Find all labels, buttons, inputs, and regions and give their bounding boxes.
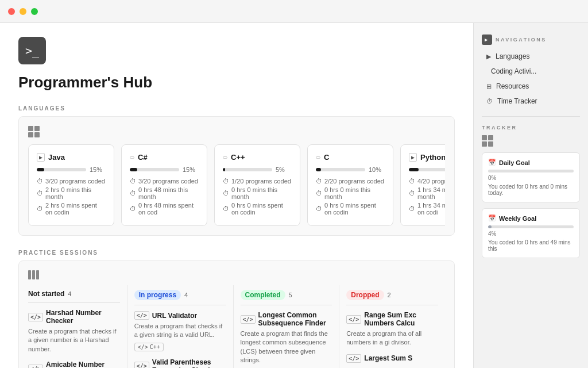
- col-header: In progress 4: [134, 285, 226, 305]
- practice-item[interactable]: </> Longest Common Subsequence Finder Cr…: [241, 311, 332, 368]
- code-icon: </>: [134, 311, 149, 320]
- practice-item[interactable]: </> Amicable Number Sum Calculator Creat…: [28, 361, 120, 368]
- col-header-label: Completed: [241, 290, 285, 300]
- col-header-count: 4: [184, 292, 188, 298]
- card-stat: ⏱0 hrs 0 mins this month: [223, 186, 292, 200]
- code-icon: </>: [346, 354, 361, 363]
- table-view-icon[interactable]: [28, 270, 445, 279]
- lang-badge: </>C++: [134, 343, 164, 351]
- lang-name: C#: [138, 153, 148, 162]
- sidebar-item-time-tracker[interactable]: ⏱ Time Tracker: [482, 94, 580, 108]
- progress-bar-fill: [409, 168, 419, 171]
- title-bar: [0, 0, 588, 23]
- col-header-count: 5: [289, 292, 292, 298]
- language-card-java[interactable]: ▶ Java 15% ⏱3/20 programs coded⏱2 hrs 0 …: [28, 144, 114, 226]
- practice-item-desc: Create a program that checks if a given …: [134, 322, 226, 340]
- practice-item[interactable]: </> Range Sum Exc Numbers Calcu Create a…: [346, 311, 438, 347]
- grid-view-icon[interactable]: [28, 126, 40, 137]
- lang-card-title: ▶ Python: [409, 153, 445, 162]
- nav-section-icon: ▶: [482, 34, 492, 45]
- progress-bar-fill: [223, 168, 225, 171]
- clock-icon: ⏱: [37, 205, 43, 212]
- language-card-c[interactable]: C 10% ⏱2/20 programs coded⏱0 hrs 0 mins …: [307, 144, 393, 226]
- lang-icon: [130, 156, 134, 159]
- main-content: >_ Programmer's Hub LANGUAGES ▶ Java: [0, 23, 473, 368]
- progress-bar-bg: [223, 168, 272, 171]
- maximize-button[interactable]: [31, 8, 38, 15]
- lang-card-title: ▶ Java: [37, 153, 106, 162]
- practice-item[interactable]: </> Largest Sum S: [346, 354, 438, 363]
- sidebar-item-languages[interactable]: ▶ Languages: [482, 49, 580, 63]
- practice-item-title: </> Largest Sum S: [346, 354, 438, 363]
- clock-icon: ⏱: [409, 178, 415, 185]
- sidebar: ▶ NAVIGATIONS ▶ Languages Coding Activi.…: [473, 23, 588, 368]
- progress-bar-bg: [37, 168, 86, 171]
- weekly-goal-card: 📅 Weekly Goal 4% You coded for 0 hrs and…: [482, 208, 580, 258]
- lang-icon: [316, 156, 320, 159]
- daily-goal-progress-bar: [488, 170, 574, 172]
- lang-progress: 15%: [130, 166, 199, 173]
- lang-card-title: C: [316, 153, 385, 162]
- clock-icon: ⏱: [223, 190, 229, 197]
- weekly-goal-progress-bar: [488, 225, 574, 228]
- sidebar-item-icon: ▶: [486, 53, 491, 60]
- sidebar-item-coding-activi[interactable]: Coding Activi...: [482, 64, 580, 78]
- daily-goal-title: 📅 Daily Goal: [488, 159, 574, 166]
- tracker-grid-icon[interactable]: [482, 135, 493, 147]
- card-stat: ⏱1 hrs 34 mins spent on codi: [409, 202, 445, 216]
- language-card-python[interactable]: ▶ Python 20% ⏱4/20 programs coded⏱1 hrs …: [400, 144, 445, 226]
- practice-item-title: </> Longest Common Subsequence Finder: [241, 311, 332, 327]
- practice-section-header: PRACTICE SESSIONS: [18, 250, 455, 256]
- clock-icon: ⏱: [223, 178, 229, 185]
- minimize-button[interactable]: [20, 8, 26, 15]
- card-stat: ⏱3/20 programs coded: [130, 178, 199, 185]
- col-header-count: 2: [388, 292, 391, 298]
- lang-progress: 15%: [37, 166, 106, 173]
- practice-item-desc: Create a program that finds the longest …: [241, 329, 332, 365]
- progress-bar-fill: [37, 168, 44, 171]
- practice-item[interactable]: </> Harshad Number Checker Create a prog…: [28, 309, 120, 354]
- lang-card-title: C#: [130, 153, 199, 162]
- sidebar-navigation: ▶ NAVIGATIONS ▶ Languages Coding Activi.…: [482, 34, 580, 108]
- card-stat: ⏱2 hrs 0 mins spent on codin: [37, 202, 106, 216]
- practice-item-title: </> URL Validator: [134, 311, 226, 320]
- col-header: Completed 5: [241, 285, 332, 305]
- daily-goal-card: 📅 Daily Goal 0% You coded for 0 hrs and …: [482, 152, 580, 202]
- col-header-label: In progress: [134, 290, 181, 300]
- code-icon: </>: [134, 362, 149, 368]
- card-stat: ⏱0 hrs 48 mins this month: [130, 186, 199, 200]
- practice-container: Not started 4 </> Harshad Number Checker…: [18, 260, 455, 368]
- close-button[interactable]: [8, 8, 15, 15]
- sidebar-item-icon: ⊞: [486, 83, 492, 90]
- col-header-label: Dropped: [346, 290, 384, 300]
- lang-name: C: [324, 153, 329, 162]
- sidebar-tracker: TRACKER 📅 Daily Goal 0% You coded for 0 …: [482, 125, 580, 258]
- language-card-c++[interactable]: C++ 5% ⏱1/20 programs coded⏱0 hrs 0 mins…: [214, 144, 300, 226]
- card-stat: ⏱3/20 programs coded: [37, 178, 106, 185]
- practice-item-title: </> Amicable Number Sum Calculator: [28, 361, 120, 368]
- clock-icon: ⏱: [130, 178, 136, 185]
- lang-icon: [223, 156, 227, 159]
- practice-col-dropped: Dropped 2 </> Range Sum Exc Numbers Calc…: [339, 285, 445, 368]
- lang-card-title: C++: [223, 153, 292, 162]
- practice-section: PRACTICE SESSIONS Not started 4 </> Hars…: [18, 250, 455, 368]
- practice-item-title: </> Valid Parentheses Expression Checker: [134, 358, 226, 368]
- language-card-c#[interactable]: C# 15% ⏱3/20 programs coded⏱0 hrs 48 min…: [121, 144, 207, 226]
- col-header: Dropped 2: [346, 285, 438, 305]
- practice-col-not-started: Not started 4 </> Harshad Number Checker…: [28, 285, 127, 368]
- progress-label: 5%: [276, 166, 292, 173]
- languages-section: LANGUAGES ▶ Java 15% ⏱3/20 programs c: [18, 105, 455, 236]
- code-icon: </>: [28, 313, 43, 321]
- clock-icon: ⏱: [316, 190, 322, 197]
- weekly-goal-progress-fill: [488, 225, 492, 228]
- card-stat: ⏱0 hrs 48 mins spent on cod: [130, 202, 199, 216]
- col-header-count: 4: [68, 290, 71, 297]
- practice-item[interactable]: </> URL Validator Create a program that …: [134, 311, 226, 351]
- progress-label: 15%: [183, 166, 199, 173]
- progress-bar-bg: [316, 168, 365, 171]
- calendar-icon-2: 📅: [488, 214, 496, 222]
- sidebar-item-resources[interactable]: ⊞ Resources: [482, 79, 580, 93]
- languages-section-header: LANGUAGES: [18, 105, 455, 112]
- practice-col-in-progress: In progress 4 </> URL Validator Create a…: [127, 285, 234, 368]
- practice-item[interactable]: </> Valid Parentheses Expression Checker: [134, 358, 226, 368]
